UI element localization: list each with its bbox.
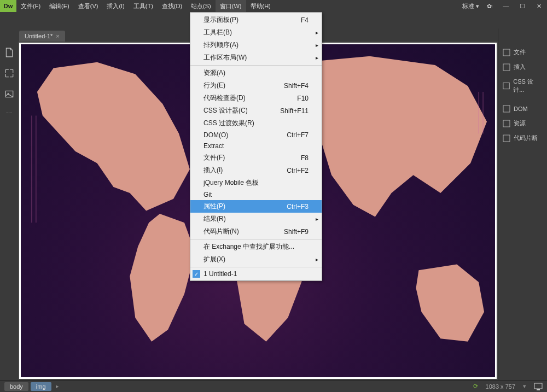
svg-rect-7 [503, 64, 510, 71]
menu-查看(V)[interactable]: 查看(V) [74, 0, 103, 12]
svg-rect-10 [503, 120, 510, 127]
svg-rect-13 [537, 389, 540, 390]
panel-assets[interactable]: 资源 [498, 116, 547, 131]
more-icon[interactable]: ⋯ [4, 110, 14, 120]
svg-rect-11 [503, 135, 510, 142]
menuitem-在 Exchange 中查找扩展功能...[interactable]: 在 Exchange 中查找扩展功能... [190, 241, 322, 253]
sync-icon[interactable]: ⟳ [473, 383, 478, 390]
menuitem-1 Untitled-1[interactable]: ✓1 Untitled-1 [190, 268, 322, 279]
menuitem-扩展(X)[interactable]: 扩展(X) [190, 253, 322, 266]
canvas-dimensions: 1083 x 757 [486, 383, 515, 390]
settings-icon[interactable]: ✿! [484, 0, 496, 12]
menu-帮助(H)[interactable]: 帮助(H) [246, 0, 275, 12]
menuitem-资源(A)[interactable]: 资源(A) [190, 67, 322, 79]
menuitem-排列顺序(A)[interactable]: 排列顺序(A) [190, 39, 322, 51]
menuitem-行为(E)[interactable]: 行为(E)Shift+F4 [190, 79, 322, 92]
menu-窗口(W)[interactable]: 窗口(W) [216, 0, 246, 12]
menuitem-属性(P)[interactable]: 属性(P)Ctrl+F3 [190, 200, 322, 213]
menuitem-Git[interactable]: Git [190, 189, 322, 200]
menu-文件(F)[interactable]: 文件(F) [16, 0, 45, 12]
panel-files[interactable]: 文件 [498, 45, 547, 60]
maximize-button[interactable]: ☐ [516, 0, 528, 12]
menu-插入(I)[interactable]: 插入(I) [102, 0, 129, 12]
svg-rect-9 [503, 106, 510, 112]
menu-工具(T)[interactable]: 工具(T) [129, 0, 158, 12]
menuitem-jQuery Mobile 色板[interactable]: jQuery Mobile 色板 [190, 177, 322, 189]
menuitem-显示面板(P)[interactable]: 显示面板(P)F4 [190, 14, 322, 26]
minimize-button[interactable]: — [500, 0, 512, 12]
statusbar: bodyimg ▸ ⟳ 1083 x 757 ▾ [0, 380, 547, 392]
right-panel: 文件插入CSS 设计...DOM资源代码片断 [498, 28, 547, 380]
svg-rect-8 [503, 83, 509, 89]
breadcrumb-img[interactable]: img [31, 382, 51, 391]
menuitem-工具栏(B)[interactable]: 工具栏(B) [190, 26, 322, 39]
app-logo: Dw [0, 0, 16, 12]
panel-css[interactable]: CSS 设计... [498, 74, 547, 97]
device-preview-icon[interactable] [534, 383, 543, 390]
menuitem-工作区布局(W)[interactable]: 工作区布局(W) [190, 51, 322, 64]
titlebar-controls: 标准 ▾ ✿! — ☐ ✕ [462, 0, 547, 12]
svg-rect-6 [503, 49, 510, 56]
window-menu-dropdown: 显示面板(P)F4工具栏(B)排列顺序(A)工作区布局(W)资源(A)行为(E)… [190, 12, 322, 281]
file-icon[interactable] [4, 48, 14, 57]
titlebar: Dw 文件(F)编辑(E)查看(V)插入(I)工具(T)查找(D)站点(S)窗口… [0, 0, 547, 12]
panel-snippets[interactable]: 代码片断 [498, 131, 547, 145]
close-button[interactable]: ✕ [533, 0, 545, 12]
document-tab[interactable]: Untitled-1* × [19, 31, 65, 42]
menuitem-Extract[interactable]: Extract [190, 141, 322, 151]
svg-rect-12 [534, 383, 542, 389]
image-icon[interactable] [4, 89, 14, 99]
menuitem-代码检查器(D)[interactable]: 代码检查器(D)F10 [190, 92, 322, 104]
expand-icon[interactable] [4, 68, 14, 78]
menuitem-CSS 过渡效果(R)[interactable]: CSS 过渡效果(R) [190, 117, 322, 130]
panel-insert[interactable]: 插入 [498, 60, 547, 74]
menubar: 文件(F)编辑(E)查看(V)插入(I)工具(T)查找(D)站点(S)窗口(W)… [16, 0, 462, 12]
menu-查找(D)[interactable]: 查找(D) [158, 0, 187, 12]
tab-close-button[interactable]: × [56, 33, 59, 39]
menu-站点(S)[interactable]: 站点(S) [187, 0, 216, 12]
menuitem-插入(I)[interactable]: 插入(I)Ctrl+F2 [190, 164, 322, 177]
menuitem-文件(F)[interactable]: 文件(F)F8 [190, 151, 322, 164]
panel-dom[interactable]: DOM [498, 102, 547, 116]
menuitem-结果(R)[interactable]: 结果(R) [190, 213, 322, 225]
menuitem-DOM(O)[interactable]: DOM(O)Ctrl+F7 [190, 130, 322, 141]
menu-编辑(E)[interactable]: 编辑(E) [45, 0, 74, 12]
menuitem-CSS 设计器(C)[interactable]: CSS 设计器(C)Shift+F11 [190, 104, 322, 117]
tab-title: Untitled-1* [25, 33, 53, 39]
breadcrumb-body[interactable]: body [4, 382, 28, 391]
left-toolbar: ⋯ [0, 28, 18, 380]
menuitem-代码片断(N)[interactable]: 代码片断(N)Shift+F9 [190, 225, 322, 238]
workspace-switcher[interactable]: 标准 ▾ [462, 2, 479, 10]
status-tags: bodyimg [4, 382, 51, 391]
